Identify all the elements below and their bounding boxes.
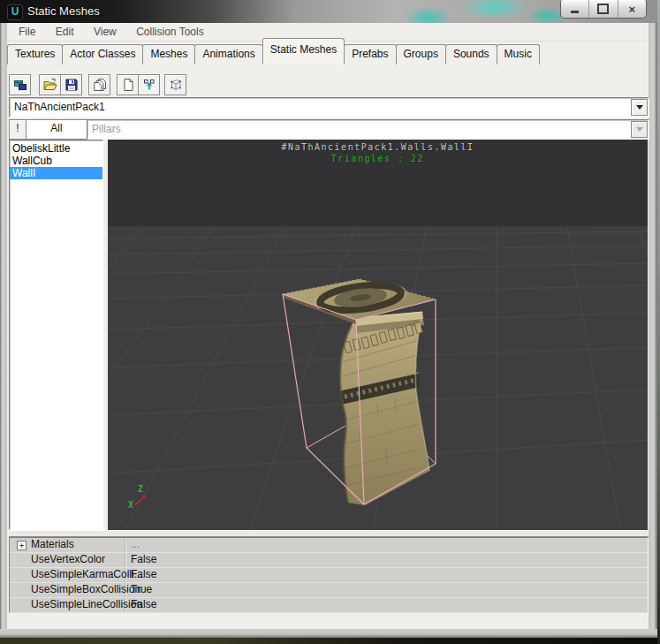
list-item-walli[interactable]: WallI xyxy=(10,167,102,179)
group-combobox-value: Pillars xyxy=(92,123,121,135)
tab-prefabs[interactable]: Prefabs xyxy=(344,44,396,64)
close-button[interactable]: × xyxy=(618,0,646,18)
property-row-materials[interactable]: + Materials ... xyxy=(10,538,648,553)
property-row-usesimplelinecollision[interactable]: UseSimpleLineCollision False xyxy=(10,598,648,613)
toolbar xyxy=(7,72,649,95)
client-area: File Edit View Collision Tools Textures … xyxy=(7,23,649,629)
browser-tab-strip: Textures Actor Classes Meshes Animations… xyxy=(7,42,649,64)
package-combobox-arrow[interactable] xyxy=(631,99,648,116)
minimize-button[interactable] xyxy=(561,0,589,18)
package-combobox-value: NaThAncientPack1 xyxy=(14,101,105,113)
desktop-background-bottom xyxy=(0,638,660,644)
list-item-wallcub[interactable]: WallCub xyxy=(10,155,102,167)
cube-view-button[interactable] xyxy=(164,74,186,95)
axis-x-label: X xyxy=(128,500,133,510)
chevron-down-icon xyxy=(636,105,643,110)
mesh-list: ObeliskLittle WallCub WallI xyxy=(9,140,103,530)
window-frame-right xyxy=(649,23,657,629)
property-value[interactable]: True xyxy=(131,583,152,596)
save-package-button[interactable] xyxy=(60,74,82,95)
property-value[interactable]: False xyxy=(131,553,156,566)
tab-animations[interactable]: Animations xyxy=(194,44,262,64)
property-row-usesimplekarmacollision[interactable]: UseSimpleKarmaColli... False xyxy=(10,568,648,583)
maximize-icon xyxy=(597,4,609,14)
property-value[interactable]: False xyxy=(131,568,156,581)
window-title: Static Meshes xyxy=(27,4,100,18)
property-value[interactable]: ... xyxy=(131,538,140,551)
dock-button[interactable] xyxy=(9,74,31,95)
property-label: UseSimpleLineCollision xyxy=(31,598,142,611)
property-label: Materials xyxy=(31,538,74,551)
all-button[interactable]: All xyxy=(26,119,87,140)
property-label: UseVertexColor xyxy=(31,553,105,566)
minimize-icon xyxy=(571,11,579,13)
window-frame-bottom xyxy=(0,629,657,638)
group-combobox[interactable]: Pillars xyxy=(87,119,649,140)
tab-meshes[interactable]: Meshes xyxy=(142,44,195,64)
property-row-usesimpleboxcollision[interactable]: UseSimpleBoxCollision True xyxy=(10,583,648,598)
property-grid: + Materials ... UseVertexColor False Use… xyxy=(9,537,649,613)
tab-actor-classes[interactable]: Actor Classes xyxy=(62,44,143,64)
dock-icon xyxy=(13,78,27,92)
property-label: UseSimpleKarmaColli... xyxy=(31,568,143,581)
copy-icon xyxy=(93,78,107,92)
axis-z-label: Z xyxy=(138,484,143,494)
viewport-triangle-count: Triangles : 22 xyxy=(108,154,648,163)
expand-plus-icon[interactable]: + xyxy=(17,541,27,550)
menu-file[interactable]: File xyxy=(11,23,43,38)
save-icon xyxy=(64,78,79,92)
viewport[interactable]: #NaThAncientPack1.Walls.WallI Triangles … xyxy=(108,140,648,530)
property-value[interactable]: False xyxy=(131,598,156,611)
copy-button[interactable] xyxy=(88,74,110,95)
cube-icon xyxy=(169,78,183,92)
property-row-usevertexcolor[interactable]: UseVertexColor False xyxy=(10,553,648,568)
maximize-button[interactable] xyxy=(589,0,618,18)
tab-textures[interactable]: Textures xyxy=(7,44,63,64)
group-combobox-arrow xyxy=(631,121,648,138)
open-package-button[interactable] xyxy=(39,74,61,95)
chevron-down-disabled-icon xyxy=(636,127,643,132)
tab-sounds[interactable]: Sounds xyxy=(445,44,497,64)
tab-groups[interactable]: Groups xyxy=(396,44,446,64)
package-combobox[interactable]: NaThAncientPack1 xyxy=(9,97,649,117)
window-frame-left xyxy=(0,23,7,629)
static-meshes-window: U Static Meshes × File Edit View Collisi… xyxy=(0,0,657,638)
title-bar[interactable]: U Static Meshes × xyxy=(0,0,657,24)
bone-icon xyxy=(142,78,156,92)
viewport-canvas[interactable] xyxy=(108,140,648,530)
new-document-icon xyxy=(121,78,135,92)
list-item-obelisklittle[interactable]: ObeliskLittle xyxy=(10,142,102,155)
menu-edit[interactable]: Edit xyxy=(48,23,82,38)
exclaim-button[interactable]: ! xyxy=(9,119,27,140)
tab-static-meshes[interactable]: Static Meshes xyxy=(262,38,345,64)
caption-button-group: × xyxy=(560,0,647,19)
bone-tool-button[interactable] xyxy=(138,74,160,95)
new-button[interactable] xyxy=(117,74,139,95)
close-icon: × xyxy=(629,4,636,15)
viewport-mesh-path: #NaThAncientPack1.Walls.WallI xyxy=(108,142,648,152)
property-label: UseSimpleBoxCollision xyxy=(31,583,140,596)
menu-collision-tools[interactable]: Collision Tools xyxy=(128,23,211,38)
horizontal-splitter[interactable] xyxy=(9,530,649,537)
menu-view[interactable]: View xyxy=(86,23,125,38)
unreal-logo-icon: U xyxy=(7,4,23,20)
folder-open-icon xyxy=(43,78,57,92)
filter-bar: ! All Pillars xyxy=(9,119,648,138)
tab-music[interactable]: Music xyxy=(497,44,540,64)
